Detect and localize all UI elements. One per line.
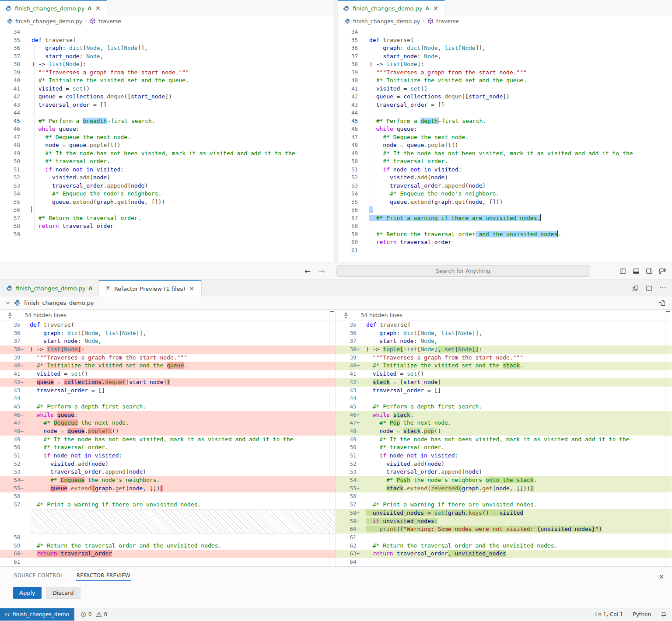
diff-line[interactable]: 46− while queue: <box>0 411 336 419</box>
diff-line[interactable]: 55+ stack.extend(reversed(graph.get(node… <box>336 485 672 493</box>
code-line[interactable]: 35def traverse( <box>0 36 334 45</box>
diff-line[interactable]: 60+ print(f"Warning: Some nodes were not… <box>336 525 672 534</box>
hidden-lines-row[interactable]: 34 hidden lines <box>336 310 672 321</box>
diff-line[interactable]: 63+ return traversal_order, unvisited_no… <box>336 550 672 558</box>
code-line[interactable]: 47 #* Dequeue the next node. <box>338 133 672 142</box>
diff-line[interactable]: 35 def traverse( <box>336 321 672 329</box>
code-line[interactable]: 49 #* If the node has not been visited, … <box>338 150 672 158</box>
code-line[interactable]: 41 visited = set() <box>338 85 672 93</box>
search-input[interactable] <box>336 265 590 277</box>
diff-line[interactable]: 57 #* Print a warning if there are unvis… <box>336 501 672 509</box>
code-line[interactable]: 40 #* Initialize the visited set and the… <box>0 77 334 85</box>
diff-line[interactable]: 39 """Traverses a graph from the start n… <box>0 354 336 362</box>
diff-line[interactable]: 55− queue.extend(graph.get(node, [])) <box>0 485 336 493</box>
code-line[interactable]: 37 start_node: Node, <box>0 52 334 61</box>
code-line[interactable]: 48 node = queue.popleft() <box>0 141 334 150</box>
cursor-position[interactable]: Ln 1, Col 1 <box>595 611 623 618</box>
code-line[interactable]: 56 <box>0 206 334 214</box>
unfold-icon[interactable] <box>7 312 13 318</box>
diff-line[interactable]: 42− queue = collections.deque([start_nod… <box>0 378 336 387</box>
diff-line[interactable]: 48− node = queue.popleft() <box>0 427 336 436</box>
diff-line[interactable]: 42+ stack = [start_node] <box>336 378 672 387</box>
diff-line[interactable]: 38−) -> list[Node]: <box>0 345 336 354</box>
diff-line[interactable]: 52 visited.add(node) <box>336 460 672 468</box>
diff-line[interactable]: 50 #* traversal order. <box>0 443 336 452</box>
code-line[interactable]: 50 #* traversal order. <box>0 157 334 166</box>
breadcrumb-symbol[interactable]: traverse <box>436 18 459 24</box>
code-line[interactable]: 34 <box>338 28 672 36</box>
code-line[interactable]: 51 if node not in visited: <box>338 166 672 174</box>
tab-refactor-preview[interactable]: Refactor Preview (1 files) ✕ <box>99 280 202 297</box>
chevron-down-icon[interactable] <box>5 300 10 306</box>
breadcrumb-symbol[interactable]: traverse <box>98 18 121 24</box>
diff-line[interactable]: 41 visited = set() <box>0 370 336 378</box>
diff-line[interactable]: 39 """Traverses a graph from the start n… <box>336 354 672 362</box>
code-line[interactable]: 53 traversal_order.append(node) <box>0 182 334 190</box>
code-area-right[interactable]: 3435def traverse(36 graph: dict[Node, li… <box>338 26 672 262</box>
diff-code-original[interactable]: 35 def traverse(36 graph: dict[Node, lis… <box>0 321 336 566</box>
diff-line[interactable]: 64 <box>336 558 672 566</box>
more-actions-icon[interactable]: ··· <box>659 284 667 292</box>
diff-line[interactable]: 52 visited.add(node) <box>0 460 336 468</box>
code-line[interactable]: 56 <box>338 206 672 214</box>
code-line[interactable]: 36 graph: dict[Node, list[Node]], <box>0 44 334 52</box>
code-line[interactable]: 37 start_node: Node, <box>338 52 672 61</box>
code-line[interactable]: 44 <box>0 109 334 117</box>
code-line[interactable]: 39 """Traverses a graph from the start n… <box>0 69 334 77</box>
discard-file-icon[interactable] <box>659 300 666 307</box>
code-line[interactable]: 34 <box>0 28 334 36</box>
code-line[interactable]: 58 return traversal_order <box>0 222 334 230</box>
diff-line[interactable]: 60− return traversal_order <box>0 550 336 558</box>
hidden-lines-row[interactable]: 34 hidden lines <box>0 310 336 321</box>
overview-ruler[interactable] <box>665 310 665 566</box>
diff-line[interactable]: 47+ #* Pop the next node. <box>336 419 672 427</box>
diff-line[interactable]: 43 traversal_order = [] <box>336 387 672 395</box>
code-line[interactable]: 52 visited.add(node) <box>0 174 334 182</box>
code-line[interactable]: 53 traversal_order.append(node) <box>338 182 672 190</box>
code-line[interactable]: 38) -> list[Node]: <box>338 60 672 69</box>
code-line[interactable]: 46 while queue: <box>338 125 672 133</box>
diff-line[interactable]: 58 <box>0 534 336 542</box>
tab-finish-changes-demo-left[interactable]: finish_changes_demo.py A ✕ <box>0 0 107 16</box>
code-line[interactable]: 51 if node not in visited: <box>0 166 334 174</box>
diff-line[interactable]: 37 start_node: Node, <box>336 337 672 345</box>
discard-button[interactable]: Discard <box>46 587 80 599</box>
code-line[interactable]: 48 node = queue.popleft() <box>338 141 672 150</box>
code-line[interactable]: 55 queue.extend(graph.get(node, [])) <box>0 198 334 206</box>
code-line[interactable]: 58 <box>338 222 672 230</box>
diff-line[interactable]: 49 #* If the node has not been visited, … <box>0 436 336 444</box>
code-line[interactable]: 60 return traversal_order <box>338 238 672 247</box>
diff-line[interactable]: 49 #* If the node has not been visited, … <box>336 436 672 444</box>
tab-finish-changes-demo-right[interactable]: finish_changes_demo.py A ✕ <box>338 0 445 16</box>
diff-line[interactable]: 61 <box>336 534 672 542</box>
code-line[interactable]: 57 #* Return the traversal order. <box>0 214 334 223</box>
close-panel-icon[interactable]: ✕ <box>658 573 665 581</box>
diff-line[interactable]: 58+ unvisited_nodes = set(graph.keys() -… <box>336 509 672 517</box>
layout-sidebar-right-icon[interactable] <box>646 268 653 275</box>
close-icon[interactable]: ✕ <box>94 4 102 12</box>
nav-back-icon[interactable]: ← <box>304 267 311 276</box>
diff-line[interactable]: 61 <box>0 558 336 566</box>
diff-line[interactable]: 37 start_node: Node, <box>0 337 336 345</box>
code-line[interactable]: 44 <box>338 109 672 117</box>
diff-line[interactable]: 56 <box>0 492 336 501</box>
diff-line[interactable]: 50 #* traversal order. <box>336 443 672 452</box>
layout-sidebar-left-icon[interactable] <box>620 268 626 275</box>
code-line[interactable]: 42 queue = collections.deque([start_node… <box>338 93 672 101</box>
code-line[interactable]: 35def traverse( <box>338 36 672 45</box>
unfold-icon[interactable] <box>343 312 349 318</box>
code-line[interactable]: 39 """Traverses a graph from the start n… <box>338 69 672 77</box>
breadcrumb-file[interactable]: finish_changes_demo.py <box>15 18 82 24</box>
diff-line[interactable]: 38+) -> tuple[list[Node], set[Node]]: <box>336 345 672 354</box>
code-line[interactable]: 52 visited.add(node) <box>338 174 672 182</box>
tab-finish-changes-demo-bottom[interactable]: finish_changes_demo.py A <box>0 280 99 297</box>
code-line[interactable]: 54 #* Enqueue the node's neighbors. <box>0 190 334 198</box>
diff-file-header[interactable]: finish_changes_demo.py <box>0 297 672 310</box>
code-line[interactable]: 43 traversal_order = [] <box>0 101 334 109</box>
code-line[interactable]: 41 visited = set() <box>0 85 334 93</box>
close-icon[interactable]: ✕ <box>432 4 439 12</box>
breadcrumb-file[interactable]: finish_changes_demo.py <box>353 18 420 24</box>
duplicate-editor-icon[interactable] <box>632 285 639 292</box>
diff-line[interactable]: 53 traversal_order.append(node) <box>0 468 336 476</box>
code-line[interactable]: 55 queue.extend(graph.get(node, [])) <box>338 198 672 206</box>
